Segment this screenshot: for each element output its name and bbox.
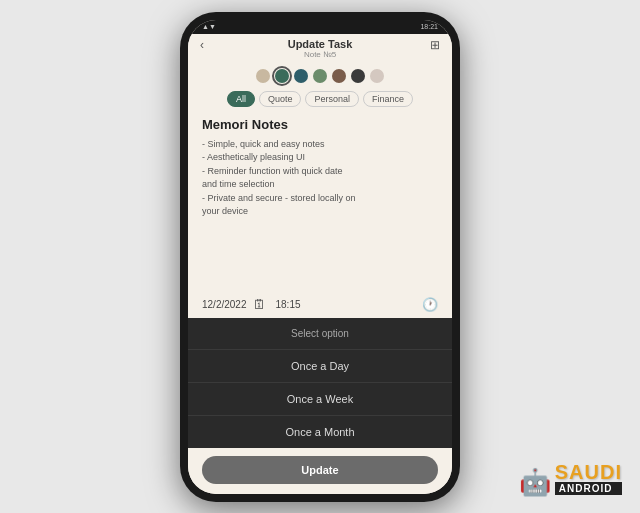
tag-personal[interactable]: Personal (305, 91, 359, 107)
menu-icon[interactable]: ⊞ (430, 38, 440, 52)
saudi-android-logo: 🤖 SAUDI ANDROID (519, 462, 622, 495)
date-value[interactable]: 12/2/2022 (202, 299, 247, 310)
color-palette (188, 65, 452, 87)
app-title: Update Task (200, 38, 440, 50)
color-dot-7[interactable] (370, 69, 384, 83)
status-signal: ▲▼ (202, 23, 216, 30)
date-row: 12/2/2022 🗓 18:15 🕐 (188, 291, 452, 318)
dropdown-select-option[interactable]: Select option (188, 318, 452, 350)
tag-quote[interactable]: Quote (259, 91, 302, 107)
clock-icon[interactable]: 🕐 (422, 297, 438, 312)
phone-screen: ▲▼ 18:21 ‹ Update Task Note №5 ⊞ All Quo… (188, 20, 452, 494)
dropdown-menu: Select option Once a Day Once a Week Onc… (188, 318, 452, 448)
app-header: ‹ Update Task Note №5 ⊞ (188, 34, 452, 65)
saudi-text: SAUDI (555, 462, 622, 482)
update-button[interactable]: Update (202, 456, 438, 484)
color-dot-5[interactable] (332, 69, 346, 83)
color-dot-6[interactable] (351, 69, 365, 83)
color-dot-1[interactable] (256, 69, 270, 83)
phone-shell: ▲▼ 18:21 ‹ Update Task Note №5 ⊞ All Quo… (180, 12, 460, 502)
tag-finance[interactable]: Finance (363, 91, 413, 107)
note-content: Memori Notes - Simple, quick and easy no… (188, 111, 452, 291)
note-text: - Simple, quick and easy notes - Aesthet… (202, 138, 438, 219)
note-title: Memori Notes (202, 117, 438, 132)
dropdown-once-month[interactable]: Once a Month (188, 416, 452, 448)
dropdown-once-day[interactable]: Once a Day (188, 350, 452, 383)
dropdown-once-week[interactable]: Once a Week (188, 383, 452, 416)
tag-row: All Quote Personal Finance (188, 87, 452, 111)
time-value[interactable]: 18:15 (276, 299, 301, 310)
color-dot-3[interactable] (294, 69, 308, 83)
update-button-area: Update (188, 448, 452, 494)
color-dot-2[interactable] (275, 69, 289, 83)
status-time: 18:21 (420, 23, 438, 30)
app-subtitle: Note №5 (200, 50, 440, 59)
mascot-icon: 🤖 (519, 469, 551, 495)
android-text: ANDROID (555, 482, 622, 495)
calendar-icon[interactable]: 🗓 (253, 297, 266, 312)
tag-all[interactable]: All (227, 91, 255, 107)
back-icon[interactable]: ‹ (200, 38, 204, 52)
color-dot-4[interactable] (313, 69, 327, 83)
